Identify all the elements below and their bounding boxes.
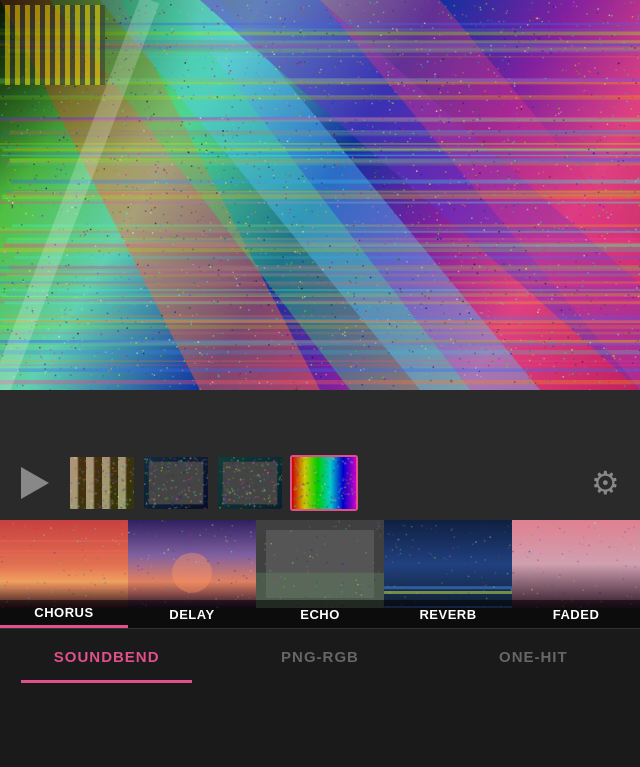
thumb-canvas-3 [218,457,282,509]
middle-bar [0,390,640,445]
thumbnail-4[interactable] [290,455,358,511]
effects-row: CHORUS DELAY ECHO REVERB FADED [0,520,640,628]
controls-row: ⚙ [0,445,640,520]
effect-label-chorus: CHORUS [0,600,128,628]
gear-button[interactable]: ⚙ [580,458,630,508]
thumbnail-3[interactable] [216,455,284,511]
thumbnail-2[interactable] [142,455,210,511]
preview-area [0,0,640,390]
effect-reverb[interactable]: REVERB [384,520,512,628]
thumbnail-strip [68,455,572,511]
effect-delay[interactable]: DELAY [128,520,256,628]
effect-label-reverb: REVERB [384,600,512,628]
effect-label-delay: DELAY [128,600,256,628]
effect-canvas-chorus [0,520,128,608]
main-preview-canvas [0,0,640,390]
thumb-canvas-1 [70,457,134,509]
effect-canvas-faded [512,520,640,608]
effect-canvas-delay [128,520,256,608]
play-icon [21,467,49,499]
effect-echo[interactable]: ECHO [256,520,384,628]
effect-label-faded: FADED [512,600,640,628]
tab-soundbend[interactable]: SOUNDBEND [0,629,213,683]
thumb-canvas-4 [292,457,356,509]
tab-one-hit[interactable]: ONE-HIT [427,629,640,683]
thumb-canvas-2 [144,457,208,509]
effect-chorus[interactable]: CHORUS [0,520,128,628]
tab-png-rgb[interactable]: PNG-RGB [213,629,426,683]
play-button[interactable] [10,458,60,508]
thumbnail-1[interactable] [68,455,136,511]
effect-label-echo: ECHO [256,600,384,628]
effect-canvas-echo [256,520,384,608]
gear-icon: ⚙ [591,464,620,502]
effect-canvas-reverb [384,520,512,608]
tab-bar: SOUNDBEND PNG-RGB ONE-HIT [0,628,640,683]
effect-faded[interactable]: FADED [512,520,640,628]
